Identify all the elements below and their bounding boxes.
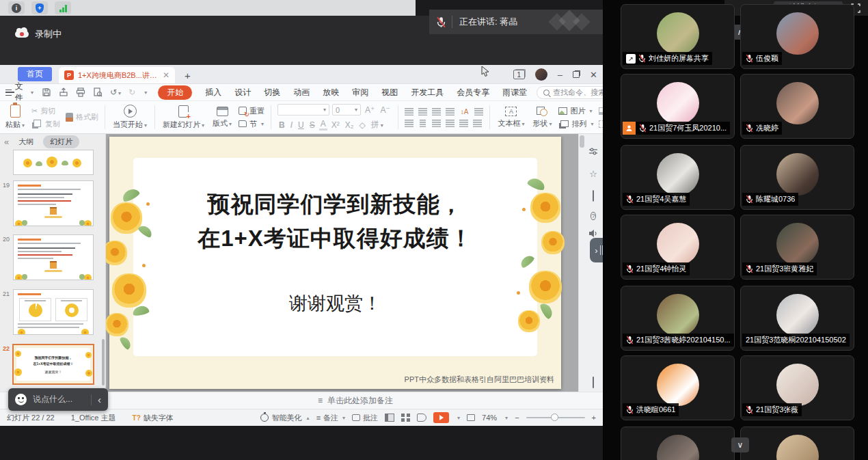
more-commands-icon[interactable]: ▾ bbox=[144, 90, 147, 96]
collapse-chat-icon[interactable]: ‹ bbox=[98, 395, 101, 405]
participant-tile[interactable]: 21国贸3范晓桐202104150502 bbox=[740, 286, 854, 351]
restore-button[interactable] bbox=[573, 71, 580, 78]
tab-insert[interactable]: 插入 bbox=[205, 87, 221, 98]
underline-button[interactable]: U bbox=[297, 120, 306, 130]
properties-sliders-icon[interactable] bbox=[588, 147, 599, 158]
copy-button[interactable]: 复制 bbox=[31, 119, 60, 129]
thumbnail-scrollbar[interactable] bbox=[102, 339, 105, 385]
account-avatar[interactable] bbox=[535, 68, 547, 81]
play-options-icon[interactable]: ▾ bbox=[457, 415, 460, 421]
participant-tile[interactable] bbox=[740, 427, 854, 460]
distribute-button[interactable] bbox=[459, 120, 468, 127]
participant-tile[interactable]: 冼晓婷 bbox=[740, 74, 854, 139]
tab-membership[interactable]: 会员专享 bbox=[457, 87, 489, 98]
strikethrough-button[interactable]: S bbox=[308, 120, 316, 130]
beautify-star-icon[interactable]: ☆ bbox=[588, 169, 599, 180]
thumbnail-slide-20[interactable] bbox=[13, 234, 94, 280]
help-icon[interactable]: ? bbox=[588, 210, 599, 221]
missing-font-button[interactable]: T? 缺失字体 bbox=[133, 413, 174, 423]
bold-button[interactable]: B bbox=[277, 120, 286, 130]
export-icon[interactable] bbox=[59, 87, 68, 97]
participant-tile[interactable]: 21国贸7何玉凤20210... bbox=[621, 74, 735, 139]
participant-tile[interactable]: 21国贸3张薇 bbox=[740, 355, 854, 420]
slide-title-textbox[interactable]: 预祝同学们学到新技能， 在1+X考证中取得好成绩！ 谢谢观赏！ bbox=[109, 187, 561, 316]
close-window-button[interactable]: ✕ bbox=[590, 70, 597, 80]
outline-tab[interactable]: 大纲 bbox=[18, 137, 33, 147]
participant-tile[interactable] bbox=[621, 427, 735, 460]
slides-tab[interactable]: 幻灯片 bbox=[43, 135, 79, 148]
thumbnail-slide-18-partial[interactable] bbox=[13, 150, 94, 175]
indent-decrease-button[interactable] bbox=[432, 108, 441, 116]
tab-home[interactable]: 开始 bbox=[158, 85, 192, 100]
tab-transition[interactable]: 切换 bbox=[264, 87, 280, 98]
font-size-select[interactable]: 0▾ bbox=[332, 104, 361, 116]
participant-tile[interactable]: 伍俊颖 bbox=[740, 4, 854, 69]
reading-view-button[interactable] bbox=[417, 414, 426, 422]
thumbnail-slide-19[interactable] bbox=[13, 180, 94, 226]
cut-button[interactable]: ✂剪切 bbox=[31, 106, 60, 116]
close-tab-icon[interactable]: ✕ bbox=[163, 70, 169, 80]
tray-network-button[interactable] bbox=[55, 1, 71, 14]
minimize-button[interactable]: – bbox=[558, 70, 562, 80]
thumbnail-slide-22-selected[interactable]: 预祝同学们学到新技能， 在1+X考证中取得好成绩！ 谢谢观赏！ bbox=[12, 344, 94, 385]
save-icon[interactable] bbox=[42, 87, 51, 97]
smart-beautify-button[interactable]: 智能美化▴ bbox=[260, 413, 310, 423]
columns-button[interactable] bbox=[473, 120, 482, 127]
fit-window-icon[interactable] bbox=[467, 414, 475, 421]
tray-security-button[interactable]: + bbox=[31, 1, 48, 14]
participant-tile[interactable]: 陈耀城0736 bbox=[740, 145, 854, 210]
toolbox-icon[interactable] bbox=[588, 377, 599, 388]
picture-button[interactable]: 图片▾ bbox=[558, 106, 593, 116]
participant-tile[interactable]: ↗ 刘佳妍的屏幕共享 bbox=[621, 4, 735, 69]
tab-review[interactable]: 审阅 bbox=[352, 87, 368, 98]
participant-tile[interactable]: 21国贸4吴嘉慧 bbox=[621, 145, 735, 210]
new-tab-button[interactable]: + bbox=[185, 71, 191, 81]
emoji-icon[interactable] bbox=[15, 394, 27, 405]
document-tab[interactable]: P 1+X跨境电商B2B...讲会2022-9-6 ✕ bbox=[59, 67, 175, 83]
document-count-badge[interactable]: 1 bbox=[513, 70, 525, 79]
home-tab-button[interactable]: 首页 bbox=[18, 67, 52, 81]
align-center-button[interactable] bbox=[418, 120, 427, 127]
subscript-button[interactable]: X₂ bbox=[344, 120, 355, 130]
tab-rain-classroom[interactable]: 雨课堂 bbox=[502, 87, 527, 98]
font-color-button[interactable]: A bbox=[319, 119, 327, 131]
tab-animation[interactable]: 动画 bbox=[293, 87, 310, 98]
zoom-percentage[interactable]: 74% bbox=[482, 414, 497, 422]
notes-toggle-button[interactable]: ≡ 备注▾ bbox=[316, 413, 345, 423]
zoom-out-button[interactable]: − bbox=[515, 414, 519, 422]
participant-tile[interactable]: 21国贸3班黄雅妃 bbox=[740, 215, 854, 280]
redo-icon[interactable]: ↻ bbox=[128, 87, 135, 97]
clear-format-button[interactable]: ◇ bbox=[357, 120, 366, 130]
zoom-slider[interactable] bbox=[526, 417, 585, 418]
superscript-button[interactable]: X² bbox=[330, 120, 341, 130]
indent-increase-button[interactable] bbox=[446, 108, 455, 116]
tab-slideshow[interactable]: 放映 bbox=[323, 87, 339, 98]
increase-font-button[interactable]: A⁺ bbox=[364, 105, 376, 115]
zoom-in-button[interactable]: + bbox=[592, 414, 596, 422]
comments-button[interactable]: 批注 bbox=[352, 413, 378, 423]
align-left-button[interactable] bbox=[405, 120, 413, 127]
justify-button[interactable] bbox=[446, 120, 455, 127]
tab-devtools[interactable]: 开发工具 bbox=[411, 87, 444, 98]
print-preview-icon[interactable] bbox=[93, 87, 103, 97]
participant-tile[interactable]: 21国贸4钟怡灵 bbox=[621, 215, 735, 280]
undo-icon[interactable]: ↺▾ bbox=[110, 87, 121, 97]
italic-button[interactable]: I bbox=[289, 120, 294, 130]
numbering-button[interactable] bbox=[418, 108, 427, 116]
slide-sorter-view-button[interactable] bbox=[401, 414, 410, 422]
new-slide-button[interactable]: 新建幻灯片▾ bbox=[159, 103, 208, 131]
scroll-down-button[interactable]: ∨ bbox=[731, 437, 749, 452]
theme-label[interactable]: 1_Office 主题 bbox=[71, 413, 116, 423]
decrease-font-button[interactable]: A⁻ bbox=[379, 105, 391, 115]
align-right-button[interactable] bbox=[432, 120, 441, 127]
paste-button[interactable]: 粘贴▾ bbox=[1, 105, 29, 130]
print-icon[interactable] bbox=[76, 87, 85, 97]
collapse-panel-icon[interactable]: « bbox=[4, 137, 9, 147]
shapes-button[interactable]: 形状▾ bbox=[528, 103, 556, 131]
tab-design[interactable]: 设计 bbox=[234, 87, 251, 98]
participant-tile[interactable]: 洪晓暄0661 bbox=[621, 355, 735, 420]
line-spacing-button[interactable]: ↕A bbox=[459, 108, 470, 116]
format-painter-button[interactable]: 格式刷 bbox=[66, 112, 98, 122]
thumbnail-slide-21[interactable] bbox=[13, 289, 94, 335]
tab-view[interactable]: 视图 bbox=[381, 87, 398, 98]
